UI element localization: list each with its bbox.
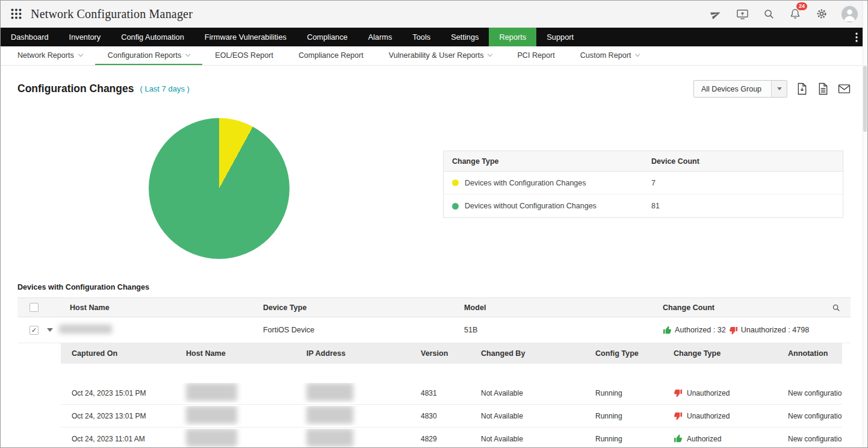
- csv-export-icon[interactable]: [816, 82, 829, 96]
- nav-item-firmware-vulnerabilities[interactable]: Firmware Vulnerabilities: [194, 28, 297, 46]
- annotation-value: New configuration: [777, 412, 842, 420]
- legend-label: Devices with Configuration Changes: [465, 179, 586, 187]
- device-group-select-value: All Devices Group: [694, 81, 771, 97]
- subnav-eol-eos-report[interactable]: EOL/EOS Report: [202, 46, 286, 65]
- legend-dot-yellow: [452, 179, 459, 186]
- config-type-value: Running: [584, 389, 663, 397]
- change-type-thumb-icon: [674, 411, 683, 420]
- detail-row[interactable]: Oct 24, 2023 11:01 AM 4829 Not Available…: [61, 428, 842, 448]
- subnav-label: EOL/EOS Report: [215, 51, 273, 60]
- caret-down-icon: [777, 87, 782, 90]
- row-checkbox[interactable]: ✓: [29, 326, 39, 335]
- redacted-ip-address: [306, 406, 353, 424]
- subnav-network-reports[interactable]: Network Reports: [5, 46, 95, 65]
- detail-row[interactable]: Oct 24, 2023 15:01 PM 4831 Not Available…: [61, 382, 842, 405]
- subnav-pci-report[interactable]: PCI Report: [504, 46, 567, 65]
- select-all-checkbox[interactable]: [29, 303, 39, 312]
- nav-item-compliance[interactable]: Compliance: [297, 28, 358, 46]
- legend-count: 81: [651, 202, 843, 210]
- select-caret[interactable]: [771, 81, 787, 97]
- header-icon-group: 24: [709, 6, 858, 22]
- notifications-icon[interactable]: 24: [789, 7, 802, 20]
- subnav-label: Compliance Report: [299, 51, 364, 60]
- nav-item-tools[interactable]: Tools: [402, 28, 441, 46]
- search-icon[interactable]: [762, 7, 775, 20]
- captured-on-value: Oct 24, 2023 15:01 PM: [61, 389, 175, 397]
- change-type-value: Unauthorized: [687, 412, 730, 420]
- model-value: 51B: [464, 326, 663, 334]
- send-icon[interactable]: [709, 7, 722, 20]
- subnav-label: Custom Report: [580, 51, 631, 60]
- chevron-down-icon: [635, 52, 640, 57]
- page-controls: All Devices Group: [693, 80, 851, 98]
- col-change-type: Change Type: [663, 349, 777, 358]
- subnav-label: Vulnerability & User Reports: [389, 51, 484, 60]
- table-search-icon[interactable]: [822, 303, 851, 312]
- devices-table-header: Host Name Device Type Model Change Count: [17, 297, 851, 317]
- col-changed-by: Changed By: [470, 349, 584, 358]
- devices-table: Host Name Device Type Model Change Count…: [17, 297, 851, 448]
- legend-row-without-changes: Devices without Configuration Changes 81: [444, 194, 843, 217]
- reports-subnav: Network Reports Configuration Reports EO…: [1, 46, 867, 66]
- top-header: Network Configuration Manager 24: [1, 1, 867, 28]
- annotation-value: New configuration: [777, 389, 842, 397]
- page-title: Configuration Changes: [17, 82, 134, 95]
- redacted-host-name: [186, 429, 237, 447]
- notification-badge: 24: [796, 2, 807, 10]
- subnav-configuration-reports[interactable]: Configuration Reports: [95, 46, 203, 65]
- subnav-compliance-report[interactable]: Compliance Report: [286, 46, 376, 65]
- col-version: Version: [410, 349, 470, 358]
- nav-item-config-automation[interactable]: Config Automation: [111, 28, 194, 46]
- screen-share-icon[interactable]: [736, 7, 749, 20]
- changed-by-value: Not Available: [470, 412, 584, 420]
- report-period: ( Last 7 days ): [140, 84, 189, 93]
- chevron-down-icon: [78, 52, 83, 57]
- redacted-host-name: [186, 406, 237, 424]
- subnav-custom-report[interactable]: Custom Report: [568, 46, 653, 65]
- config-changes-detail-table: Captured On Host Name IP Address Version…: [61, 343, 842, 448]
- user-avatar[interactable]: [842, 6, 858, 22]
- redacted-ip-address: [306, 429, 353, 447]
- pdf-export-icon[interactable]: [795, 82, 808, 96]
- redacted-host-name: [186, 383, 237, 401]
- nav-item-dashboard[interactable]: Dashboard: [1, 28, 59, 46]
- captured-on-value: Oct 24, 2023 13:01 PM: [61, 412, 175, 420]
- col-host-name: Host Name: [175, 349, 296, 358]
- authorized-count: Authorized : 32: [675, 326, 726, 334]
- config-type-value: Running: [584, 412, 663, 420]
- col-device-type: Device Type: [263, 303, 464, 312]
- redacted-ip-address: [306, 383, 353, 401]
- nav-item-inventory[interactable]: Inventory: [59, 28, 111, 46]
- nav-item-support[interactable]: Support: [536, 28, 584, 46]
- subnav-vulnerability-user-reports[interactable]: Vulnerability & User Reports: [376, 46, 505, 65]
- scrollbar-track[interactable]: [863, 1, 867, 447]
- device-group-select[interactable]: All Devices Group: [693, 80, 787, 98]
- device-row[interactable]: ✓ FortiOS Device 51B Authorized : 32 Una…: [17, 317, 851, 343]
- app-title: Network Configuration Manager: [31, 7, 193, 21]
- change-type-value: Authorized: [687, 435, 721, 443]
- settings-gear-icon[interactable]: [815, 7, 828, 20]
- legend-dot-green: [452, 203, 459, 210]
- chart-section: Change Type Device Count Devices with Co…: [1, 98, 867, 278]
- apps-grid-icon[interactable]: [10, 8, 22, 20]
- nav-item-alarms[interactable]: Alarms: [358, 28, 402, 46]
- config-type-value: Running: [584, 435, 663, 443]
- legend-label: Devices without Configuration Changes: [465, 202, 597, 210]
- unauthorized-count: Unauthorized : 4798: [741, 326, 809, 334]
- col-host-name: Host Name: [70, 303, 263, 312]
- detail-row[interactable]: Oct 24, 2023 13:01 PM 4830 Not Available…: [61, 405, 842, 428]
- change-type-thumb-icon: [674, 434, 683, 443]
- main-nav: Dashboard Inventory Config Automation Fi…: [1, 28, 867, 46]
- changed-by-value: Not Available: [470, 389, 584, 397]
- scrollbar-thumb[interactable]: [863, 66, 867, 132]
- detail-spacer: [61, 364, 842, 382]
- expand-row-icon[interactable]: [47, 328, 53, 332]
- col-change-count: Change Count: [663, 303, 822, 312]
- legend-table: Change Type Device Count Devices with Co…: [443, 151, 843, 218]
- email-report-icon[interactable]: [837, 82, 851, 96]
- thumb-down-icon: [729, 326, 738, 335]
- chevron-down-icon: [488, 52, 492, 57]
- nav-item-settings[interactable]: Settings: [441, 28, 489, 46]
- version-value: 4830: [410, 412, 470, 420]
- nav-item-reports[interactable]: Reports: [489, 28, 536, 46]
